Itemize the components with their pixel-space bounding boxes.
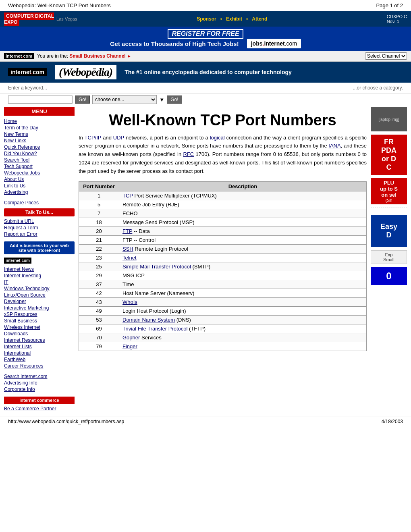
page-pagination: Page 1 of 2 bbox=[376, 2, 403, 8]
category-go-button[interactable]: Go! bbox=[167, 96, 182, 104]
expo-city: Las Vegas bbox=[56, 17, 77, 21]
sidebar-advertising-info[interactable]: Advertising Info bbox=[4, 380, 75, 386]
webopedia-tagline: The #1 online encyclopedia dedicated to … bbox=[125, 69, 292, 76]
description-cell: Telnet bbox=[119, 253, 367, 262]
keyword-input[interactable] bbox=[8, 96, 73, 104]
sidebar-search-inet[interactable]: Search internet.com bbox=[4, 373, 75, 380]
description-cell: Trivial File Transfer Protocol (TFTP) bbox=[119, 324, 367, 333]
tcpip-link[interactable]: TCP/IP bbox=[85, 135, 102, 141]
port-number-cell: 70 bbox=[79, 333, 119, 342]
sidebar-item-new-terms[interactable]: New Terms bbox=[4, 131, 75, 137]
description-cell: Remote Job Entry (RJE) bbox=[119, 200, 367, 209]
sidebar-item-link-to-us[interactable]: Link to Us bbox=[4, 183, 75, 189]
inet-link-news[interactable]: Internet News bbox=[4, 266, 75, 272]
page-footer: http://www.webopedia.com/quick_ref/portn… bbox=[0, 416, 411, 427]
get-access-text: Get access to Thousands of High Tech Job… bbox=[110, 40, 239, 47]
jobs-row: Get access to Thousands of High Tech Job… bbox=[2, 39, 409, 48]
sidebar-submit-url[interactable]: Submit a URL bbox=[4, 218, 75, 224]
sidebar-item-tech-support[interactable]: Tech Support bbox=[4, 163, 75, 170]
inet-link-career[interactable]: Career Resources bbox=[4, 363, 75, 369]
dot1: • bbox=[220, 16, 222, 22]
desc-link[interactable]: SSH bbox=[122, 246, 133, 252]
port-number-cell: 20 bbox=[79, 227, 119, 235]
sidebar-item-search-tool[interactable]: Search Tool bbox=[4, 157, 75, 163]
description-cell: ECHO bbox=[119, 209, 367, 218]
main-layout: MENU Home Term of the Day New Terms New … bbox=[0, 107, 411, 412]
port-number-cell: 22 bbox=[79, 244, 119, 253]
keyword-go-button[interactable]: Go! bbox=[75, 96, 90, 104]
sidebar-item-new-links[interactable]: New Links bbox=[4, 137, 75, 144]
description-cell: WhoIs bbox=[119, 297, 367, 306]
port-number-cell: 42 bbox=[79, 289, 119, 297]
ad-easy[interactable]: Easy D bbox=[371, 215, 407, 247]
rfc-link[interactable]: RFC bbox=[183, 151, 194, 157]
desc-link[interactable]: Domain Name System bbox=[122, 317, 175, 323]
sidebar-item-term-of-day[interactable]: Term of the Day bbox=[4, 125, 75, 131]
inet-link-international[interactable]: International bbox=[4, 350, 75, 356]
category-select[interactable]: choose one... bbox=[92, 95, 157, 104]
nav-section: Home Term of the Day New Terms New Links… bbox=[4, 118, 75, 195]
channel-select-area[interactable]: Select Channel bbox=[365, 52, 407, 60]
channel-name: Small Business Channel bbox=[69, 53, 125, 59]
desc-link[interactable]: Trivial File Transfer Protocol bbox=[122, 326, 187, 332]
logical-link[interactable]: logical bbox=[210, 135, 225, 141]
ad-zero[interactable]: 0 bbox=[371, 267, 407, 285]
channel-dropdown[interactable]: Select Channel bbox=[365, 52, 407, 60]
sidebar-report-error[interactable]: Report an Error bbox=[4, 231, 75, 237]
inet-link-developer[interactable]: Developer bbox=[4, 298, 75, 305]
table-row: 23Telnet bbox=[79, 253, 367, 262]
ad-small-text: Exp Small bbox=[371, 250, 407, 264]
desc-link[interactable]: FTP bbox=[122, 228, 132, 234]
sidebar-compare-prices[interactable]: Compare Prices bbox=[4, 200, 75, 206]
port-number-cell: 49 bbox=[79, 306, 119, 315]
inet-link-earthweb[interactable]: EarthWeb bbox=[4, 356, 75, 363]
add-ebiz-box[interactable]: Add e-business to your web site with Sto… bbox=[4, 241, 75, 254]
desc-link[interactable]: WhoIs bbox=[122, 299, 137, 305]
inet-link-xsp[interactable]: xSP Resources bbox=[4, 311, 75, 318]
desc-link[interactable]: Gopher bbox=[122, 335, 140, 341]
desc-link[interactable]: Telnet bbox=[122, 255, 137, 261]
sidebar-item-did-you-know[interactable]: Did You Know? bbox=[4, 150, 75, 157]
description-cell: Gopher Services bbox=[119, 333, 367, 342]
inet-link-it[interactable]: IT bbox=[4, 279, 75, 285]
table-row: 29MSG ICP bbox=[79, 271, 367, 280]
table-row: 20FTP -- Data bbox=[79, 227, 367, 235]
channel-icon: ► bbox=[127, 54, 131, 58]
sidebar-request-term[interactable]: Request a Term bbox=[4, 224, 75, 231]
sidebar-item-about[interactable]: About Us bbox=[4, 176, 75, 183]
ad-plus[interactable]: PLU up to S on sel (Sh bbox=[371, 178, 407, 204]
inet-link-wireless[interactable]: Wireless Internet bbox=[4, 324, 75, 330]
iana-link[interactable]: IANA bbox=[328, 143, 340, 149]
sidebar-corporate-info[interactable]: Corporate Info bbox=[4, 386, 75, 393]
sidebar-item-quick-reference[interactable]: Quick Reference bbox=[4, 144, 75, 150]
port-number-cell: 25 bbox=[79, 262, 119, 271]
channel-bar: internet.com You are in the: Small Busin… bbox=[0, 51, 411, 62]
sidebar-item-advertising[interactable]: Advertising bbox=[4, 189, 75, 195]
talk-box: Talk To Us... bbox=[4, 208, 75, 216]
webopedia-header: internet.com (Webopēdia) The #1 online e… bbox=[0, 62, 411, 83]
desc-link[interactable]: Finger bbox=[122, 343, 137, 349]
inet-link-investing[interactable]: Internet Investing bbox=[4, 272, 75, 279]
inet-link-linux[interactable]: Linux/Open Source bbox=[4, 292, 75, 298]
udp-link[interactable]: UDP bbox=[113, 135, 124, 141]
sidebar-item-home[interactable]: Home bbox=[4, 118, 75, 125]
inet-links-section: Internet News Internet Investing IT Wind… bbox=[4, 266, 75, 369]
channel-text: You are in the: Small Business Channel ► bbox=[37, 53, 131, 59]
desc-link[interactable]: Simple Mail Transfer Protocol bbox=[122, 264, 191, 270]
ad-fr-pda[interactable]: FR PDA or D C bbox=[371, 135, 407, 175]
sidebar-item-jobs[interactable]: Webopedia Jobs bbox=[4, 170, 75, 176]
inet-link-lists[interactable]: Internet Lists bbox=[4, 343, 75, 350]
inet-link-downloads[interactable]: Downloads bbox=[4, 330, 75, 337]
description-cell: Time bbox=[119, 280, 367, 289]
table-row: 79Finger bbox=[79, 342, 367, 351]
desc-link[interactable]: TCP bbox=[122, 193, 133, 199]
inet-link-small-biz[interactable]: Small Business bbox=[4, 318, 75, 324]
inet-link-windows[interactable]: Windows Technology bbox=[4, 285, 75, 292]
content-area: Well-Known TCP Port Numbers In TCP/IP an… bbox=[79, 107, 367, 412]
description-cell: FTP -- Data bbox=[119, 227, 367, 235]
compare-section: Compare Prices bbox=[4, 200, 75, 206]
port-number-cell: 23 bbox=[79, 253, 119, 262]
sidebar-be-partner[interactable]: Be a Commerce Partner bbox=[4, 405, 75, 412]
inet-link-marketing[interactable]: Interactive Marketing bbox=[4, 305, 75, 311]
inet-link-resources[interactable]: Internet Resources bbox=[4, 337, 75, 343]
